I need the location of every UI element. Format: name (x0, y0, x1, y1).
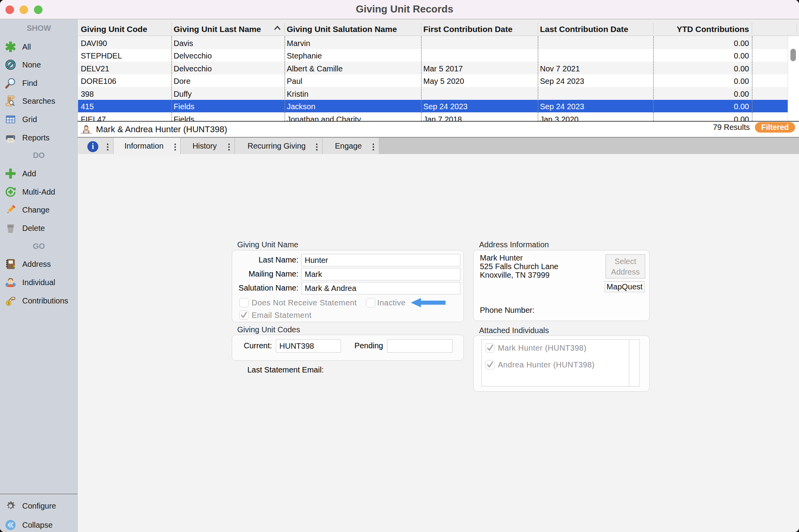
svg-text:$: $ (7, 301, 10, 305)
